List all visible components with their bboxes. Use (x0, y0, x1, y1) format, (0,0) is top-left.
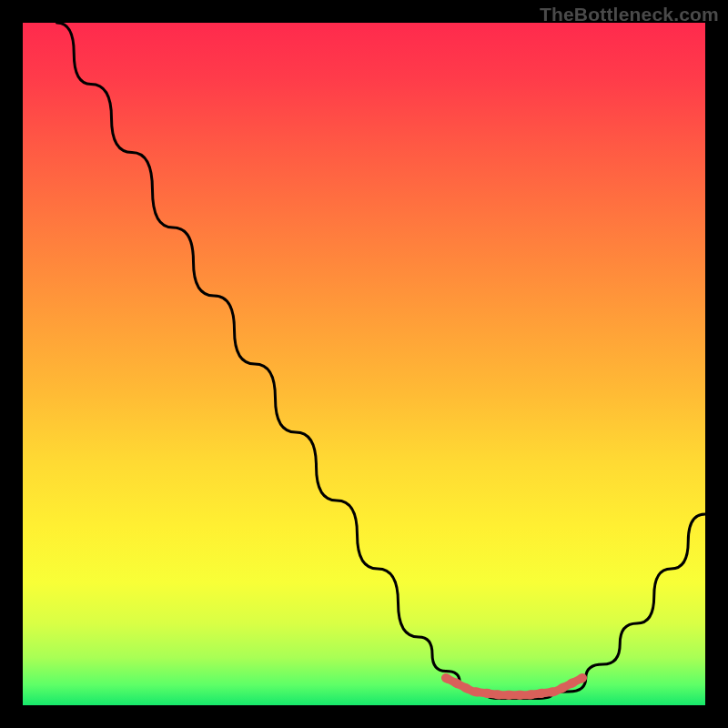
chart-svg (23, 23, 705, 705)
chart-container: TheBottleneck.com (0, 0, 728, 728)
bottleneck-curve (57, 23, 706, 699)
watermark-text: TheBottleneck.com (540, 4, 719, 25)
plot-area (23, 23, 705, 705)
